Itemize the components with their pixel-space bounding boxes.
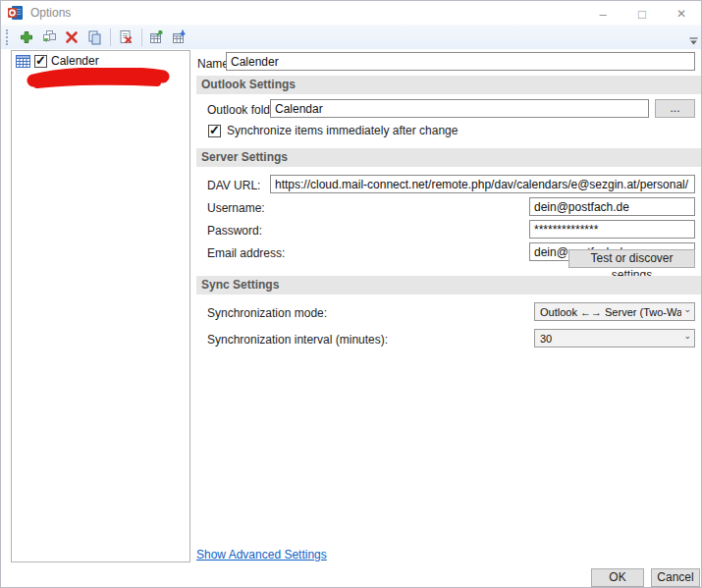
calendar-icon	[16, 55, 30, 68]
cancel-button[interactable]: Cancel	[651, 568, 700, 587]
name-input[interactable]	[226, 52, 695, 71]
profile-checkbox[interactable]	[34, 55, 47, 68]
outlook-folder-input[interactable]	[270, 99, 649, 118]
server-settings-header: Server Settings	[196, 148, 701, 167]
sync-interval-label: Synchronization interval (minutes):	[207, 333, 388, 347]
sync-interval-value: 30	[540, 333, 681, 345]
chevron-down-icon: ⌄	[683, 332, 691, 341]
document-red-x-icon	[118, 29, 134, 45]
maximize-button[interactable]: □	[622, 1, 662, 27]
sync-interval-dropdown[interactable]: 30 ⌄	[534, 329, 695, 347]
copy-profile-button[interactable]	[83, 27, 104, 47]
username-label: Username:	[207, 201, 265, 215]
close-button[interactable]: ✕	[662, 1, 701, 27]
test-settings-button[interactable]: Test or discover settings	[568, 249, 695, 268]
red-x-icon	[64, 29, 80, 45]
toolbar-separator	[110, 28, 111, 46]
redaction-scribble	[20, 68, 175, 93]
plus-icon	[19, 29, 34, 45]
username-input[interactable]	[529, 197, 695, 216]
export-profiles-button[interactable]	[146, 27, 167, 47]
chevron-down-icon: ⌄	[683, 305, 691, 314]
copy-icon	[86, 29, 102, 45]
minimize-icon: –	[599, 7, 606, 22]
toolbar	[1, 25, 701, 49]
sync-immediately-label: Synchronize items immediately after chan…	[227, 124, 458, 137]
import-profiles-button[interactable]	[169, 27, 189, 47]
profile-label: Calender	[51, 54, 99, 68]
add-multiple-profiles-button[interactable]	[38, 27, 59, 47]
toolbar-separator	[141, 28, 142, 46]
ok-button[interactable]: OK	[591, 568, 644, 587]
sync-settings-header: Sync Settings	[196, 276, 701, 294]
dav-url-input[interactable]	[270, 175, 695, 193]
outlook-app-icon	[8, 5, 24, 21]
password-label: Password:	[207, 224, 262, 238]
toolbar-overflow-icon[interactable]	[689, 37, 698, 46]
minimize-button[interactable]: –	[583, 1, 622, 27]
import-arrow-icon	[171, 29, 188, 45]
options-dialog: Options – □ ✕	[0, 0, 702, 588]
sync-mode-value: Outlook ←→ Server (Two-Way)	[540, 306, 681, 318]
sync-immediately-checkbox[interactable]	[208, 125, 221, 137]
delete-profile-button[interactable]	[61, 27, 81, 47]
outlook-settings-header: Outlook Settings	[196, 76, 701, 94]
title-bar: Options – □ ✕	[1, 1, 701, 25]
toolbar-grip-icon[interactable]	[6, 29, 11, 45]
maximize-icon: □	[638, 7, 646, 22]
password-input[interactable]	[529, 220, 695, 239]
window-controls: – □ ✕	[583, 1, 701, 27]
dav-url-label: DAV URL:	[207, 179, 260, 192]
show-advanced-settings-link[interactable]: Show Advanced Settings	[196, 548, 327, 561]
email-label: Email address:	[207, 246, 285, 260]
profile-list-panel: Calender	[11, 50, 190, 562]
sync-mode-dropdown[interactable]: Outlook ←→ Server (Two-Way) ⌄	[534, 302, 695, 321]
clear-cache-button[interactable]	[115, 27, 135, 47]
sync-mode-label: Synchronization mode:	[207, 306, 327, 320]
window-title: Options	[30, 6, 71, 20]
browse-folder-button[interactable]: ...	[655, 99, 695, 118]
add-profile-button[interactable]	[16, 27, 36, 47]
export-arrow-icon	[148, 29, 165, 45]
sync-immediately-row: Synchronize items immediately after chan…	[208, 124, 458, 137]
profile-item-calender[interactable]: Calender	[12, 51, 189, 69]
bulk-add-icon	[41, 29, 57, 45]
close-icon: ✕	[676, 7, 686, 21]
